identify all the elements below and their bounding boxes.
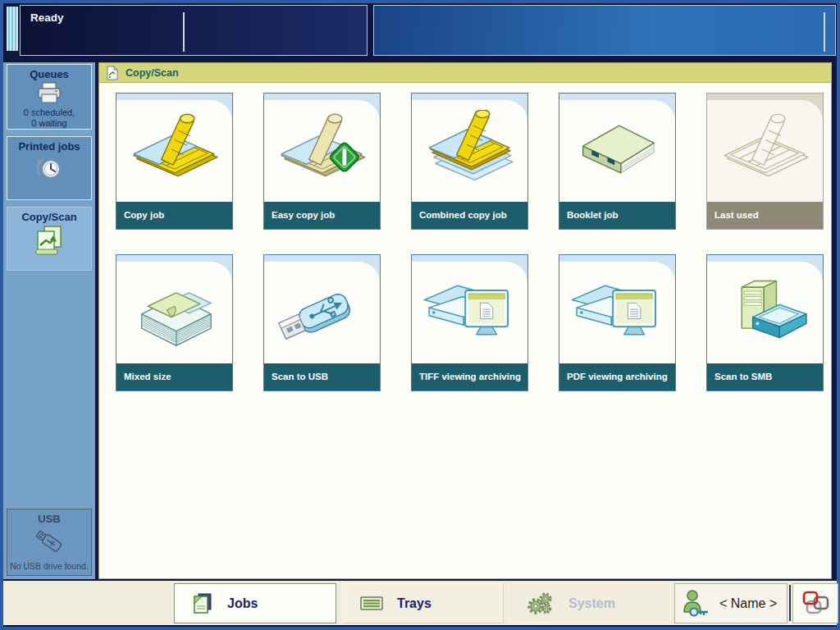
jobs-document-icon — [191, 593, 214, 614]
tile-copy-job[interactable]: Copy job — [116, 93, 233, 230]
copy-scan-page-icon — [106, 66, 119, 80]
copy-scan-icon — [34, 225, 65, 259]
counter-overlay-button[interactable] — [792, 583, 838, 623]
tile-scan-to-smb[interactable]: Scan to SMB — [706, 254, 824, 391]
trays-icon — [359, 595, 384, 613]
tab-jobs-label: Jobs — [227, 596, 258, 611]
tile-label: Booklet job — [559, 202, 675, 229]
usb-title: USB — [38, 513, 60, 525]
sidebar-item-copy-scan[interactable]: Copy/Scan — [7, 207, 92, 271]
login-name-label: < Name > — [719, 596, 777, 611]
tile-label: TIFF viewing archiving — [412, 363, 527, 390]
tile-label: Scan to USB — [264, 363, 380, 390]
sidebar-item-usb: USB No USB drive found. — [7, 509, 92, 576]
tile-combined-copy-job[interactable]: Combined copy job — [411, 93, 528, 230]
tile-tiff-viewing-archiving[interactable]: TIFF viewing archiving — [411, 254, 528, 391]
tile-label: Combined copy job — [412, 202, 527, 229]
printer-status-text: Ready — [30, 11, 64, 24]
usb-drive-outline-icon — [31, 527, 67, 561]
copy-job-icon — [126, 110, 223, 192]
pdf-viewing-icon — [569, 272, 666, 354]
tile-scan-to-usb[interactable]: Scan to USB — [263, 254, 381, 391]
printed-jobs-title: Printed jobs — [18, 140, 80, 153]
scan-to-smb-icon — [717, 272, 814, 354]
status-panel-message — [373, 5, 836, 56]
tab-system: System — [509, 583, 671, 623]
tile-easy-copy-job[interactable]: Easy copy job — [263, 93, 381, 230]
tab-trays[interactable]: Trays — [342, 583, 504, 623]
bottom-tab-bar: Jobs Trays — [3, 581, 837, 625]
status-divider — [183, 12, 185, 52]
tile-label: Scan to SMB — [707, 363, 823, 390]
easy-copy-job-icon — [274, 110, 371, 192]
tiff-viewing-icon — [422, 272, 518, 354]
page-title: Copy/Scan — [126, 67, 179, 79]
scan-to-usb-icon — [274, 272, 371, 354]
tile-label: Copy job — [116, 202, 232, 229]
tab-system-label: System — [568, 596, 615, 611]
tile-label: Last used — [707, 202, 823, 229]
combined-copy-job-icon — [422, 110, 518, 192]
status-panel-printer: Ready — [20, 5, 368, 56]
usb-status-message: No USB drive found. — [10, 561, 89, 572]
tile-label: PDF viewing archiving — [559, 363, 675, 390]
sidebar-item-queues[interactable]: Queues 0 scheduled, 0 waiting — [7, 64, 92, 130]
bottom-bar-divider — [789, 585, 791, 621]
activity-stripes-icon — [7, 7, 18, 51]
system-gears-icon — [526, 591, 555, 617]
overlapping-squares-icon — [801, 591, 830, 617]
tile-mixed-size[interactable]: Mixed size — [116, 254, 233, 391]
queues-waiting-count: 0 waiting — [31, 118, 66, 129]
tile-label: Mixed size — [116, 363, 232, 390]
last-used-icon — [717, 110, 814, 192]
sidebar-item-printed-jobs[interactable]: Printed jobs — [7, 136, 92, 200]
queues-scheduled-count: 0 scheduled, — [24, 107, 75, 118]
history-clock-icon — [34, 154, 64, 187]
status-divider — [824, 12, 825, 52]
copy-scan-title: Copy/Scan — [21, 211, 76, 223]
content-area: Copy/Scan Co — [98, 62, 832, 579]
tile-last-used: Last used — [706, 93, 824, 230]
tab-trays-label: Trays — [397, 596, 431, 611]
queues-title: Queues — [30, 68, 69, 80]
tile-label: Easy copy job — [264, 202, 380, 229]
mixed-size-icon — [126, 272, 223, 354]
content-header: Copy/Scan — [99, 63, 831, 83]
sidebar: Queues 0 scheduled, 0 waiting Printed jo… — [3, 62, 95, 579]
login-name-button[interactable]: < Name > — [674, 583, 788, 623]
tab-jobs[interactable]: Jobs — [174, 583, 336, 623]
tile-pdf-viewing-archiving[interactable]: PDF viewing archiving — [559, 254, 676, 391]
user-key-icon — [682, 589, 710, 619]
booklet-job-icon — [569, 110, 666, 192]
printer-icon — [35, 82, 63, 107]
tile-booklet-job[interactable]: Booklet job — [559, 93, 676, 230]
